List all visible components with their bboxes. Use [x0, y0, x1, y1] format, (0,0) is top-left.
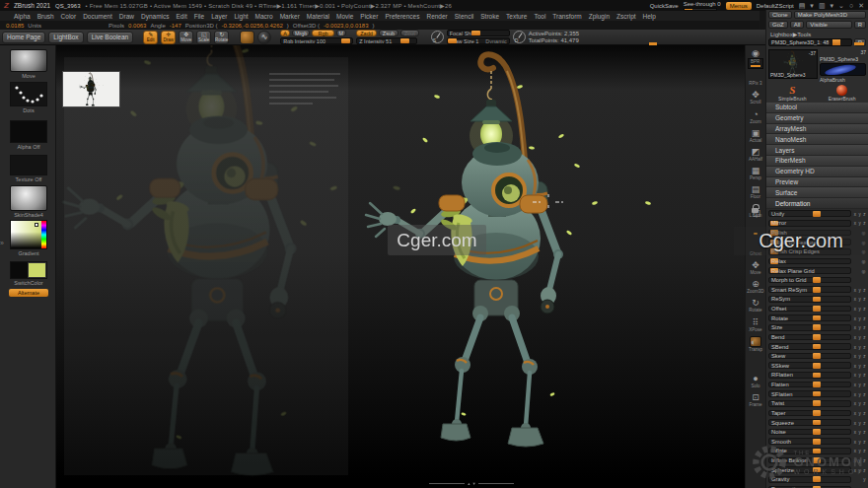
menu-item[interactable]: Zplugin — [589, 13, 610, 20]
menu-item[interactable]: Picker — [360, 13, 378, 20]
clone-button[interactable]: Clone — [768, 11, 792, 19]
current-brush-swatch[interactable] — [240, 31, 254, 44]
right-shelf-button[interactable]: ↻ Rotate — [749, 298, 761, 314]
canvas-3d-scene[interactable] — [56, 45, 745, 488]
shelf-divider-tick[interactable] — [649, 42, 657, 45]
menu-item[interactable]: Alpha — [14, 13, 31, 20]
menu-item[interactable]: Texture — [506, 13, 527, 20]
slider-handle[interactable] — [813, 353, 821, 359]
menu-item[interactable]: Help — [643, 13, 656, 20]
active-tool-thumbnail[interactable]: -37 PM3D_Sphere3 — [768, 49, 818, 79]
stroke-thumbnail[interactable] — [10, 82, 47, 106]
menu-item[interactable]: Material — [307, 13, 329, 20]
deformation-slider[interactable]: SFlatten x y z — [766, 389, 868, 399]
right-shelf-button[interactable]: ✥ Move — [750, 260, 760, 277]
right-shelf-button[interactable]: RPix 3 — [749, 71, 761, 88]
document-canvas[interactable]: ▴ ▾ — [56, 45, 745, 488]
r-button[interactable]: R — [854, 21, 866, 29]
slider-handle[interactable] — [813, 382, 821, 387]
deformation-slider[interactable]: Relax Plane Grid ◎ — [766, 266, 868, 276]
stroke-selector[interactable]: Dots — [9, 82, 48, 113]
right-shelf-button[interactable]: ⊕ Zoom3D — [747, 279, 763, 296]
slider-handle[interactable] — [813, 373, 821, 379]
menu-item[interactable]: Macro — [255, 13, 273, 20]
zsub-button[interactable]: Zsub — [379, 30, 398, 36]
left-tray-chevron-icon[interactable]: » — [0, 240, 4, 246]
mrgb-button[interactable]: Mrgb — [292, 30, 311, 36]
axis-toggles[interactable]: x y z — [854, 211, 866, 216]
palette-stack-arrow-icon[interactable]: ▾ — [810, 2, 814, 10]
axis-toggles[interactable]: x y z — [854, 363, 866, 368]
deformation-slider[interactable]: Unify x y z — [766, 209, 868, 219]
deformation-slider[interactable]: Morph to Grid — [766, 275, 868, 285]
color-picker-gradient[interactable] — [10, 220, 47, 249]
all-button[interactable]: All — [790, 21, 805, 29]
rotate-button[interactable]: ↻ Rotate — [214, 31, 229, 44]
lightbox-tools-label[interactable]: Lightbox▶Tools — [766, 30, 868, 37]
slider-handle[interactable] — [813, 287, 821, 293]
slider-handle[interactable] — [813, 324, 821, 330]
menu-item[interactable]: Zscript — [616, 13, 636, 20]
draw-size-slider[interactable]: Draw Size 1Dynamic — [447, 37, 510, 44]
secondary-color-swatch[interactable] — [28, 262, 46, 278]
menu-item[interactable]: Brush — [37, 13, 54, 20]
menu-item[interactable]: Render — [426, 13, 447, 20]
right-shelf-button[interactable]: ⊡ Frame — [749, 392, 761, 409]
current-stroke-swatch[interactable]: ∿ — [257, 31, 271, 44]
tool-section-header[interactable]: Geometry — [766, 113, 868, 124]
slider-handle[interactable] — [813, 344, 821, 350]
color-picker[interactable]: Gradient — [9, 220, 48, 256]
menu-item[interactable]: Stencil — [455, 13, 474, 20]
main-color-swatch[interactable] — [11, 262, 28, 278]
slider-handle[interactable] — [813, 410, 821, 416]
tool-section-header[interactable]: FiberMesh — [766, 156, 868, 167]
deformation-slider[interactable]: Relax ◎ — [766, 256, 868, 266]
bottom-tray-handle[interactable]: ▴ ▾ — [429, 480, 514, 486]
axis-toggles[interactable]: x y z — [854, 344, 866, 349]
deformation-slider[interactable]: Perspective z — [766, 484, 868, 488]
axis-toggles[interactable]: x y z — [854, 391, 866, 396]
panel-divider-tick[interactable] — [854, 42, 864, 45]
menu-item[interactable]: Edit — [177, 13, 187, 20]
axis-toggles[interactable]: x y z — [854, 287, 866, 292]
menu-item[interactable]: Movie — [336, 13, 353, 20]
right-shelf-button[interactable]: ✥ Scroll — [750, 90, 760, 106]
menu-item[interactable]: Color — [61, 13, 77, 20]
axis-toggles[interactable]: ◎ — [861, 268, 866, 273]
axis-toggles[interactable]: x y z — [854, 325, 866, 330]
alpha-brush-thumbnail[interactable] — [820, 63, 866, 76]
texture-selector[interactable]: Texture Off — [9, 155, 48, 182]
home-page-button[interactable]: Home Page — [2, 32, 45, 43]
live-boolean-button[interactable]: Live Boolean — [87, 32, 134, 43]
axis-toggles[interactable]: x y z — [854, 297, 866, 302]
eraser-brush-button[interactable]: EraserBrush — [819, 85, 867, 102]
tool-section-header[interactable]: Preview — [766, 177, 868, 188]
tool-section-header[interactable]: Subtool — [766, 103, 868, 113]
menu-item[interactable]: Stroke — [480, 13, 499, 20]
draw-button[interactable]: ✛ Draw — [161, 31, 176, 44]
brush-thumbnail[interactable] — [10, 49, 47, 72]
slider-handle[interactable] — [813, 277, 821, 283]
material-thumbnail[interactable] — [10, 185, 47, 211]
slider-handle[interactable] — [813, 363, 821, 369]
right-shelf-button[interactable]: ◐ Transp — [749, 336, 762, 353]
tool-name-slider[interactable]: PM3D_Sphere3D_1: 48 — [768, 38, 852, 46]
axis-toggles[interactable]: x y z — [854, 334, 866, 339]
focal-shift-slider[interactable]: Focal Shift 0 — [447, 30, 510, 36]
axis-toggles[interactable]: x y z — [854, 307, 866, 312]
tool-section-header[interactable]: Geometry HD — [766, 167, 868, 177]
menu-item[interactable]: File — [194, 13, 204, 20]
slider-handle[interactable] — [813, 211, 821, 217]
zadd-button[interactable]: Zadd — [356, 30, 377, 36]
axis-toggles[interactable]: x y z — [854, 315, 866, 320]
axis-toggles[interactable]: x y z — [854, 354, 866, 359]
menu-item[interactable]: Dynamics — [141, 13, 170, 20]
palette-stack2-arrow-icon[interactable]: ▾ — [831, 2, 834, 10]
switch-color-swatches[interactable] — [10, 261, 47, 279]
right-shelf-button[interactable]: ⠿ XPose — [749, 317, 761, 334]
tool-section-header[interactable]: Surface — [766, 187, 868, 198]
slider-handle[interactable] — [813, 297, 821, 303]
palette-stack-icon[interactable]: ▤ — [799, 2, 806, 10]
move-button[interactable]: ✥ Move — [179, 31, 193, 44]
deformation-slider[interactable]: Smart ReSym x y z — [766, 285, 868, 295]
